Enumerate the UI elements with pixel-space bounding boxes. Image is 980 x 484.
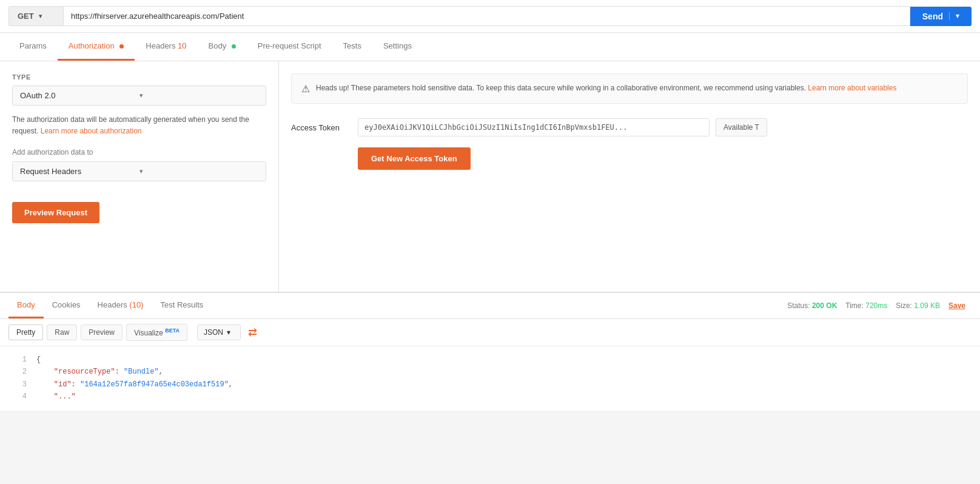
size-value: 1.09 KB xyxy=(914,301,940,310)
format-visualize-button[interactable]: Visualize BETA xyxy=(126,324,187,341)
format-chevron-icon: ▾ xyxy=(227,328,230,337)
format-dropdown[interactable]: JSON ▾ xyxy=(197,324,241,340)
info-icon: ⚠ xyxy=(301,83,310,95)
resp-tab-cookies[interactable]: Cookies xyxy=(44,293,89,318)
add-to-chevron-icon: ▾ xyxy=(139,167,259,175)
send-button[interactable]: Send ▾ xyxy=(910,7,972,26)
response-status: Status: 200 OK Time: 720ms Size: 1.09 KB… xyxy=(787,301,972,310)
format-pretty-button[interactable]: Pretty xyxy=(8,324,43,340)
add-to-select[interactable]: Request Headers ▾ xyxy=(12,161,266,181)
body-dot xyxy=(232,44,236,49)
type-select[interactable]: OAuth 2.0 ▾ xyxy=(12,86,266,106)
resp-tab-body[interactable]: Body xyxy=(8,293,44,318)
code-output: 1 { 2 "resourceType" : "Bundle" , 3 "id"… xyxy=(0,346,980,411)
code-line-2: 2 "resourceType" : "Bundle" , xyxy=(8,366,972,378)
authorization-dot xyxy=(119,44,124,49)
get-token-row: Get New Access Token xyxy=(291,147,968,170)
code-line-3: 3 "id" : "164a12e57fa8f947a65e4c03eda1f5… xyxy=(8,378,972,391)
tab-headers[interactable]: Headers 10 xyxy=(135,33,197,61)
learn-more-link[interactable]: Learn more about authorization xyxy=(41,127,142,135)
time-value: 720ms xyxy=(865,301,887,310)
response-tabs-bar: Body Cookies Headers (10) Test Results S… xyxy=(0,293,980,319)
code-line-4: 4 "..." xyxy=(8,391,972,403)
tab-tests[interactable]: Tests xyxy=(332,33,372,61)
auth-info-text: The authorization data will be automatic… xyxy=(12,114,266,137)
preview-request-button[interactable]: Preview Request xyxy=(12,202,99,223)
method-value: GET xyxy=(18,12,34,21)
url-input[interactable] xyxy=(63,6,910,26)
tab-body[interactable]: Body xyxy=(198,33,247,61)
tab-pre-request[interactable]: Pre-request Script xyxy=(247,33,332,61)
access-token-label: Access Token xyxy=(291,123,352,132)
left-panel: TYPE OAuth 2.0 ▾ The authorization data … xyxy=(0,61,279,292)
right-panel: ⚠ Heads up! These parameters hold sensit… xyxy=(279,61,980,292)
tab-settings[interactable]: Settings xyxy=(372,33,423,61)
info-banner: ⚠ Heads up! These parameters hold sensit… xyxy=(291,73,968,104)
resp-tab-test-results[interactable]: Test Results xyxy=(152,293,212,318)
method-select[interactable]: GET ▾ xyxy=(8,6,63,26)
type-label: TYPE xyxy=(12,73,266,81)
format-raw-button[interactable]: Raw xyxy=(47,324,77,340)
access-token-row: Access Token Available T xyxy=(291,118,968,136)
main-content: TYPE OAuth 2.0 ▾ The authorization data … xyxy=(0,61,980,292)
save-response-link[interactable]: Save xyxy=(948,301,965,310)
request-tabs: Params Authorization Headers 10 Body Pre… xyxy=(0,33,980,61)
code-line-1: 1 { xyxy=(8,354,972,366)
response-area: Body Cookies Headers (10) Test Results S… xyxy=(0,292,980,411)
tab-authorization[interactable]: Authorization xyxy=(58,33,135,61)
tab-params[interactable]: Params xyxy=(8,33,58,61)
url-bar: GET ▾ Send ▾ xyxy=(0,0,980,33)
type-chevron-icon: ▾ xyxy=(139,92,259,99)
method-chevron-icon: ▾ xyxy=(39,13,55,19)
send-chevron-icon: ▾ xyxy=(949,12,959,20)
wrap-icon[interactable]: ⇄ xyxy=(248,326,257,339)
available-tokens-button[interactable]: Available T xyxy=(716,118,767,136)
resp-tab-headers[interactable]: Headers (10) xyxy=(89,293,152,318)
learn-variables-link[interactable]: Learn more about variables xyxy=(808,84,896,92)
format-preview-button[interactable]: Preview xyxy=(81,324,122,340)
status-value: 200 OK xyxy=(812,301,837,310)
access-token-input[interactable] xyxy=(358,118,710,136)
get-new-access-token-button[interactable]: Get New Access Token xyxy=(358,147,471,170)
add-auth-label: Add authorization data to xyxy=(12,148,266,156)
response-toolbar: Pretty Raw Preview Visualize BETA JSON ▾… xyxy=(0,319,980,346)
